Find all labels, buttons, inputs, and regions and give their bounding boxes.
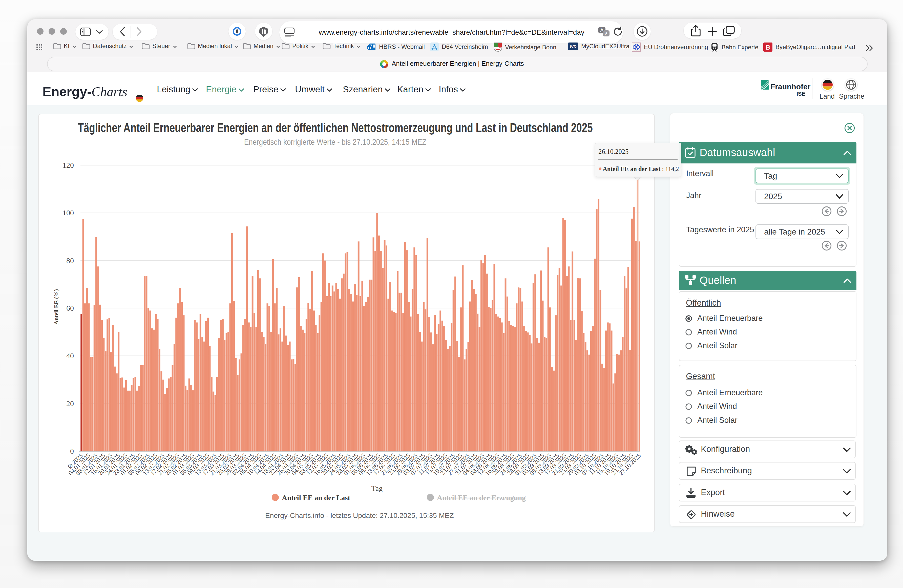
svg-text:100: 100 xyxy=(63,209,74,217)
svg-text:WD: WD xyxy=(570,44,577,49)
svg-text:120: 120 xyxy=(63,161,74,169)
svg-text:Anteil EE (%): Anteil EE (%) xyxy=(53,289,60,325)
svg-text:B: B xyxy=(766,44,771,51)
svg-text:Anteil EE an der Last: Anteil EE an der Last xyxy=(282,494,351,502)
svg-text:60: 60 xyxy=(66,304,74,312)
svg-text:Anteil EE an der Last : 114,2: Anteil EE an der Last : 114,2 % xyxy=(603,165,681,172)
svg-text:40: 40 xyxy=(66,351,74,360)
svg-text:Tag: Tag xyxy=(371,484,383,492)
svg-text:✗: ✗ xyxy=(604,31,608,36)
svg-text:0: 0 xyxy=(70,447,74,455)
svg-text:o: o xyxy=(368,45,371,50)
svg-text:26.10.2025: 26.10.2025 xyxy=(598,148,628,156)
svg-text:20: 20 xyxy=(66,399,74,407)
svg-text:80: 80 xyxy=(66,256,74,265)
svg-text:Anteil EE an der Erzeugung: Anteil EE an der Erzeugung xyxy=(437,494,526,502)
